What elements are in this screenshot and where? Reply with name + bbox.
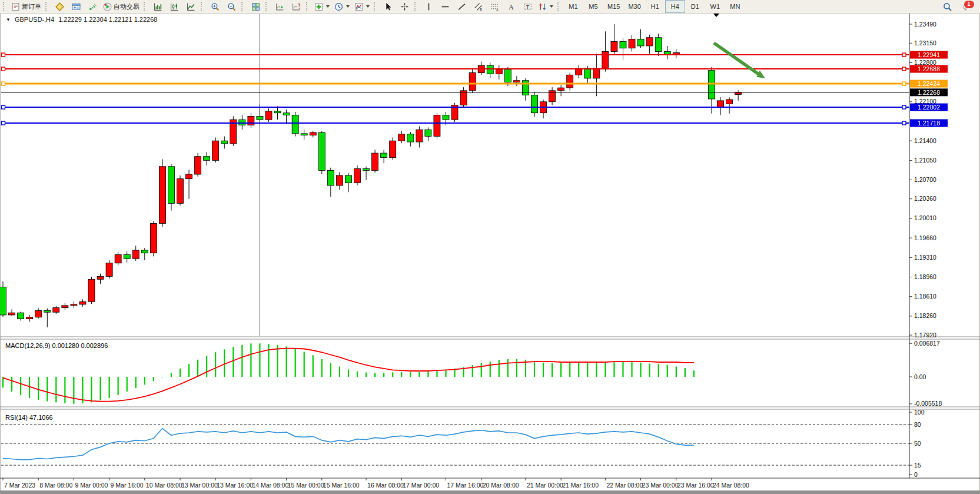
toolbar-group-grip: [241, 2, 245, 11]
trendline-button[interactable]: [453, 0, 470, 13]
timeframe-button-m15[interactable]: M15: [603, 0, 624, 13]
level-handle[interactable]: [902, 82, 906, 85]
zoom-out-button[interactable]: [223, 0, 240, 13]
text-button[interactable]: A: [503, 0, 519, 13]
timeframe-button-h1[interactable]: H1: [645, 0, 665, 13]
search-button[interactable]: [939, 0, 955, 13]
candle-body: [584, 68, 591, 78]
symbol-period-label: GBPUSD-,H4: [15, 16, 54, 23]
level-handle[interactable]: [2, 105, 5, 109]
chevron-down-icon[interactable]: [346, 5, 350, 8]
candle-body: [425, 130, 431, 136]
profile-button[interactable]: [68, 0, 84, 13]
shapes-button[interactable]: [536, 0, 556, 13]
tile-windows-button[interactable]: [247, 0, 264, 13]
fibonacci-button[interactable]: F: [486, 0, 503, 13]
periods-button[interactable]: [332, 0, 352, 13]
candle-body: [531, 95, 538, 112]
timeframe-button-mn[interactable]: MN: [725, 0, 745, 13]
templates-button[interactable]: [352, 0, 372, 13]
autotrade-icon: [103, 2, 112, 11]
price-tick-label: 1.20360: [914, 195, 936, 202]
symbol-collapse-icon[interactable]: ▼: [6, 17, 11, 22]
level-handle[interactable]: [902, 67, 906, 71]
candle-body: [274, 111, 281, 113]
chart-window[interactable]: 1.234901.231501.228001.221001.214001.210…: [0, 13, 980, 494]
date-tick-label: 23 Mar 16:00: [677, 482, 714, 489]
timeframe-button-h4[interactable]: H4: [665, 0, 685, 13]
trendline-icon: [457, 2, 466, 11]
price-badge-label: 1.22941: [918, 51, 940, 58]
candle-body: [363, 169, 370, 171]
new-order-button[interactable]: 新订单: [9, 0, 44, 13]
price-badge-label: 1.22268: [918, 89, 940, 96]
search-icon: [943, 2, 952, 11]
candle-body: [115, 255, 121, 263]
autotrade-button[interactable]: 自动交易: [101, 0, 142, 13]
cursor-button[interactable]: [380, 0, 396, 13]
line-chart-button[interactable]: [182, 0, 199, 13]
candle-body: [602, 51, 609, 68]
crosshair-button[interactable]: [396, 0, 413, 13]
crosshair-icon: [400, 2, 409, 11]
toolbar-group-grip: [414, 2, 418, 11]
chevron-down-icon[interactable]: [366, 5, 370, 8]
label-button[interactable]: T: [519, 0, 536, 13]
candle-body: [239, 120, 245, 125]
text-icon: A: [507, 2, 516, 11]
level-handle[interactable]: [902, 105, 906, 109]
toolbar: 新订单自动交易EFATM1M5M15M30H1H4D1W1MN1: [0, 0, 980, 14]
timeframe-button-d1[interactable]: D1: [685, 0, 705, 13]
toolbar-group-grip: [265, 2, 269, 11]
price-tick-label: 1.23150: [914, 39, 936, 47]
candle-body: [655, 38, 662, 52]
toolbar-group-grip: [3, 2, 6, 11]
timeframe-button-m30[interactable]: M30: [624, 0, 645, 13]
candle-body: [567, 75, 573, 88]
rsi-indicator-label: RSI(14) 47.1066: [5, 414, 53, 421]
date-tick-label: 20 Mar 08:00: [483, 482, 519, 489]
zoom-in-button[interactable]: [207, 0, 223, 13]
level-handle[interactable]: [902, 121, 906, 125]
signal-button[interactable]: [84, 0, 101, 13]
level-handle[interactable]: [2, 67, 5, 71]
candle-body: [257, 116, 263, 120]
level-handle[interactable]: [2, 82, 5, 85]
new-order-icon: [11, 2, 20, 11]
timeframe-button-w1[interactable]: W1: [705, 0, 725, 13]
candle-chart-button[interactable]: [166, 0, 182, 13]
channel-button[interactable]: E: [470, 0, 486, 13]
price-tick-label: 1.17920: [914, 331, 936, 339]
price-tick-label: 1.18610: [914, 293, 936, 300]
bar-chart-button[interactable]: [150, 0, 166, 13]
price-chart[interactable]: 1.234901.231501.228001.221001.214001.210…: [0, 13, 980, 494]
horizontal-line-icon: [441, 2, 450, 11]
chat-button[interactable]: 1: [959, 0, 975, 13]
chevron-down-icon[interactable]: [326, 5, 330, 8]
price-tick-label: 1.20700: [914, 176, 936, 183]
candle-body: [79, 301, 86, 304]
indicators-button[interactable]: [312, 0, 332, 13]
date-tick-label: 14 Mar 08:00: [252, 482, 288, 489]
candle-bar: [0, 281, 6, 317]
candle-body: [637, 39, 644, 46]
level-handle[interactable]: [902, 53, 906, 57]
candle-bar: [434, 113, 440, 139]
horizontal-line-button[interactable]: [437, 0, 453, 13]
vertical-line-button[interactable]: [420, 0, 437, 13]
date-tick-label: 16 Mar 08:00: [367, 482, 404, 489]
zoom-in-icon: [211, 2, 220, 11]
date-tick-label: 24 Mar 08:00: [713, 482, 749, 489]
auto-scroll-button[interactable]: [271, 0, 288, 13]
market-watch-button[interactable]: [51, 0, 68, 13]
level-handle[interactable]: [2, 53, 5, 57]
timeframe-button-m1[interactable]: M1: [563, 0, 583, 13]
chevron-down-icon[interactable]: [550, 5, 553, 8]
candle-body: [248, 116, 254, 125]
window-bottom-edge: [0, 490, 980, 494]
timeframe-button-m5[interactable]: M5: [583, 0, 603, 13]
level-handle[interactable]: [2, 121, 5, 125]
candle-body: [673, 52, 679, 54]
candle-bar: [451, 103, 458, 122]
chart-shift-button[interactable]: [288, 0, 304, 13]
